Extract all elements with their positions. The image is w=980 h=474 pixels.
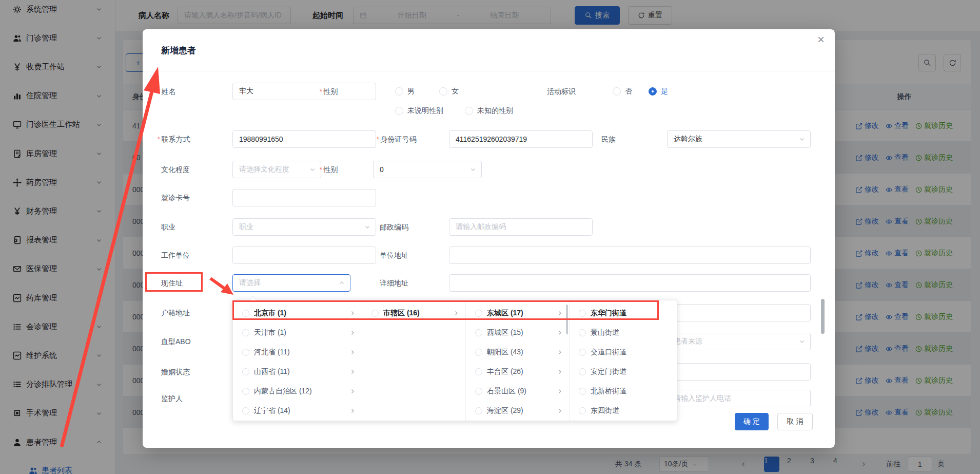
cascade-option-label: 景山街道 [591, 328, 619, 337]
cascade-option[interactable]: 丰台区 (26) [466, 362, 569, 382]
patient-source-select[interactable]: 患者来源 [667, 333, 811, 350]
chevron-down-icon [470, 166, 476, 173]
occupation-select[interactable]: 职业 [232, 218, 376, 236]
cascade-option-label: 北京市 (1) [254, 309, 286, 318]
current-address-label: 现住址 [161, 274, 183, 292]
cancel-button[interactable]: 取 消 [777, 413, 813, 430]
cascade-option[interactable]: 山西省 (11) [233, 362, 362, 382]
chevron-down-icon [309, 166, 316, 173]
radio-icon [242, 368, 249, 375]
card-no-label: 就诊卡号 [161, 189, 190, 206]
radio-icon [242, 407, 249, 414]
chevron-right-icon [557, 388, 563, 394]
cascade-option-label: 东四街道 [591, 406, 619, 415]
active-flag-no[interactable]: 否 [613, 83, 632, 100]
cascade-option[interactable]: 北新桥街道 [570, 382, 678, 401]
cascade-option[interactable]: 石景山区 (9) [466, 382, 569, 401]
radio-icon [395, 107, 403, 115]
cascade-option[interactable]: 海淀区 (29) [466, 401, 569, 421]
cascade-option[interactable]: 市辖区 (16) [362, 304, 465, 323]
radio-icon [579, 349, 586, 356]
cascade-option[interactable]: 天津市 (1) [233, 323, 362, 343]
radio-icon [579, 388, 586, 395]
cascade-option[interactable]: 东四街道 [570, 401, 678, 421]
blood-type-label: 血型ABO [161, 333, 191, 350]
gender-radio-unstated[interactable]: 未说明性别 [395, 102, 443, 120]
gender-label: *性别 [319, 83, 338, 100]
cascade-option[interactable]: 河北省 (11) [233, 343, 362, 362]
cascade-option-label: 安定门街道 [591, 367, 626, 376]
chevron-right-icon [349, 408, 356, 414]
id-number-input[interactable]: 411625192602039719 [449, 130, 593, 148]
radio-icon [475, 310, 482, 317]
chevron-right-icon [349, 330, 356, 336]
cascade-option[interactable]: 内蒙古自治区 (12) [233, 382, 362, 401]
radio-icon [475, 329, 482, 336]
cascade-option-label: 丰台区 (26) [487, 367, 523, 376]
app-root: 系统管理门诊管理收费工作站住院管理门诊医生工作站库房管理药房管理财务管理报表管理… [0, 0, 980, 474]
postal-label: 邮政编码 [380, 218, 408, 236]
active-flag-label: 活动标识 [547, 83, 576, 100]
current-address-select[interactable]: 请选择 [232, 274, 350, 292]
confirm-button[interactable]: 确 定 [735, 413, 769, 430]
cascade-option[interactable]: 东城区 (17) [466, 304, 569, 323]
cascade-option-label: 市辖区 (16) [383, 309, 420, 318]
gender-radio-male[interactable]: 男 [395, 83, 415, 100]
divider [143, 71, 835, 71]
ethnicity-select[interactable]: 达斡尔族 [667, 130, 811, 148]
close-icon[interactable]: × [817, 32, 825, 47]
cascade-option[interactable]: 东华门街道 [570, 304, 678, 323]
column-scrollbar[interactable] [566, 305, 568, 334]
active-flag-yes[interactable]: 是 [649, 83, 668, 100]
name-input[interactable]: 牢大 [232, 83, 376, 100]
radio-icon [579, 407, 586, 414]
gender-radio-female[interactable]: 女 [439, 83, 459, 100]
cascade-option-label: 西城区 (15) [487, 328, 523, 337]
chevron-up-icon [339, 280, 345, 286]
radio-icon [371, 310, 379, 317]
cascade-option[interactable]: 交道口街道 [570, 343, 678, 362]
radio-icon [395, 87, 403, 96]
radio-icon [475, 349, 482, 356]
cascade-option-label: 北新桥街道 [591, 387, 626, 396]
work-address-input[interactable] [449, 247, 811, 264]
cascade-option[interactable]: 辽宁省 (14) [233, 401, 362, 421]
cascade-option[interactable]: 安定门街道 [570, 362, 678, 382]
ethnicity-label: 民族 [601, 130, 616, 148]
occupation-label: 职业 [161, 218, 175, 236]
cascade-option[interactable]: 景山街道 [570, 323, 678, 343]
cascade-option-label: 内蒙古自治区 (12) [254, 387, 312, 396]
cascade-option-label: 交道口街道 [591, 348, 626, 357]
gender-radio-unknown[interactable]: 未知的性别 [465, 102, 513, 120]
address-cascader-dropdown: 北京市 (1)天津市 (1)河北省 (11)山西省 (11)内蒙古自治区 (12… [232, 300, 677, 421]
card-no-input[interactable] [232, 189, 376, 206]
cascade-column: 东华门街道景山街道交道口街道安定门街道北新桥街道东四街道 [570, 300, 678, 421]
modal-scrollbar[interactable] [821, 299, 825, 334]
postal-input[interactable]: 请输入邮政编码 [449, 218, 593, 236]
marital-label: 婚姻状态 [161, 363, 190, 381]
radio-icon [579, 329, 586, 336]
contact-label: *联系方式 [157, 130, 190, 148]
detail-address-input[interactable] [449, 274, 811, 292]
cascade-option-label: 山西省 (11) [254, 367, 290, 376]
radio-icon [439, 87, 447, 96]
chevron-right-icon [349, 310, 356, 316]
education-select[interactable]: 请选择文化程度 [232, 161, 321, 178]
gender-code-select[interactable]: 0 [373, 161, 482, 178]
cascade-column: 东城区 (17)西城区 (15)朝阳区 (43)丰台区 (26)石景山区 (9)… [466, 300, 570, 421]
cascade-option[interactable]: 北京市 (1) [233, 304, 362, 323]
chevron-right-icon [557, 349, 563, 355]
work-unit-input[interactable] [232, 247, 376, 264]
detail-address-label: 详细地址 [380, 274, 408, 292]
cascade-option[interactable]: 朝阳区 (43) [466, 343, 569, 362]
work-address-label: 单位地址 [380, 247, 408, 264]
cascade-option[interactable]: 西城区 (15) [466, 323, 569, 343]
guardian-phone-input[interactable]: 请输入监护人电话 [667, 390, 811, 407]
contact-input[interactable]: 19880991650 [232, 130, 376, 148]
radio-icon [579, 368, 586, 375]
chevron-right-icon [349, 349, 356, 355]
chevron-right-icon [557, 369, 563, 375]
work-unit-label: 工作单位 [161, 247, 190, 264]
cascade-option-label: 东城区 (17) [487, 309, 523, 318]
radio-icon [242, 349, 249, 356]
